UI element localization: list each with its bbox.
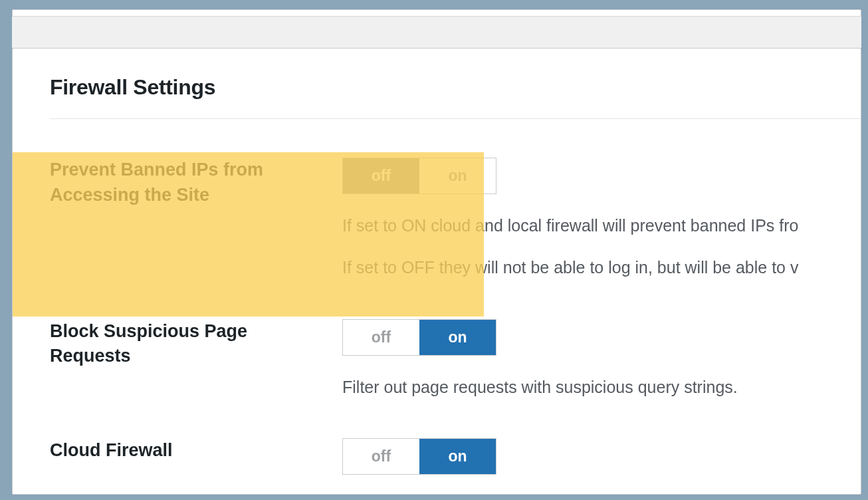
page-frame: Firewall Settings Prevent Banned IPs fro… xyxy=(0,0,868,500)
toggle-off-option[interactable]: off xyxy=(343,158,419,193)
background-strip xyxy=(12,16,861,48)
setting-row-prevent-banned: Prevent Banned IPs from Accessing the Si… xyxy=(50,119,861,281)
toggle-on-option[interactable]: on xyxy=(419,439,496,474)
setting-desc-block-suspicious: Filter out page requests with suspicious… xyxy=(342,374,861,400)
toggle-cloud-firewall[interactable]: off on xyxy=(342,438,496,475)
setting-label-col: Prevent Banned IPs from Accessing the Si… xyxy=(50,158,342,208)
setting-desc-prevent-banned-1: If set to ON cloud and local firewall wi… xyxy=(342,213,861,239)
setting-label-block-suspicious: Block Suspicious Page Requests xyxy=(50,319,322,370)
toggle-block-suspicious[interactable]: off on xyxy=(342,319,496,356)
setting-control-col: off on Filter out page requests with sus… xyxy=(342,319,861,400)
setting-row-block-suspicious: Block Suspicious Page Requests off on Fi… xyxy=(50,281,861,400)
firewall-settings-panel: Firewall Settings Prevent Banned IPs fro… xyxy=(12,48,861,495)
toggle-on-option[interactable]: on xyxy=(419,158,496,193)
toggle-on-option[interactable]: on xyxy=(419,320,496,355)
setting-desc-cloud-firewall: The list of 600+ million IPs can sometim… xyxy=(342,493,861,495)
setting-label-col: Block Suspicious Page Requests xyxy=(50,319,342,370)
toggle-prevent-banned[interactable]: off on xyxy=(342,158,496,194)
setting-label-cloud-firewall: Cloud Firewall xyxy=(50,438,322,463)
section-title: Firewall Settings xyxy=(50,75,861,100)
setting-label-col: Cloud Firewall xyxy=(50,438,342,463)
toggle-off-option[interactable]: off xyxy=(343,439,419,474)
setting-control-col: off on If set to ON cloud and local fire… xyxy=(342,158,861,281)
setting-row-cloud-firewall: Cloud Firewall off on The list of 600+ m… xyxy=(50,400,861,495)
setting-label-prevent-banned: Prevent Banned IPs from Accessing the Si… xyxy=(50,158,322,208)
panel-peek xyxy=(12,9,861,16)
toggle-off-option[interactable]: off xyxy=(343,320,419,355)
setting-desc-prevent-banned-2: If set to OFF they will not be able to l… xyxy=(342,255,861,281)
setting-control-col: off on The list of 600+ million IPs can … xyxy=(342,438,861,495)
